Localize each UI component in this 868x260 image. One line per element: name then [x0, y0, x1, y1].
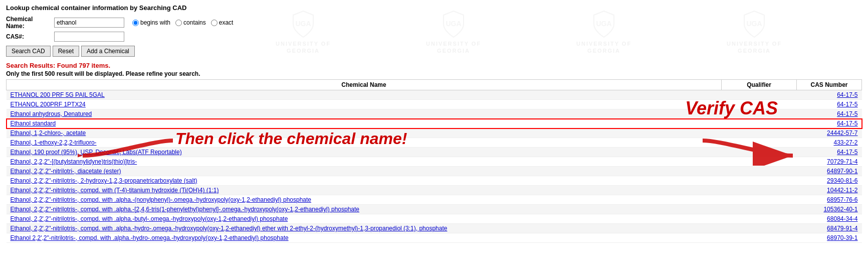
cas-number-link[interactable]: 24442-57-7 — [827, 129, 857, 137]
qualifier-cell — [722, 186, 797, 195]
cas-number-link[interactable]: 68084-34-4 — [827, 215, 857, 222]
chemical-name-cell: Ethanol standard — [7, 119, 722, 128]
chemical-name-cell: ETHANOL 200 PRF 5G PAIL 5GAL — [7, 90, 722, 100]
chemical-name-link[interactable]: Ethanol, 1,2-chloro-, acetate — [11, 129, 86, 137]
results-count: Search Results: Found 797 items. — [6, 62, 862, 69]
qualifier-cell — [722, 205, 797, 214]
chemical-name-cell: Ethanol, 2,2',2''-nitrilotri-, diacetate… — [7, 167, 722, 176]
col-chemical-name: Chemical Name — [7, 80, 722, 90]
chemical-name-cell: Ethanol anhydrous, Denatured — [7, 109, 722, 119]
chemical-name-link[interactable]: Ethanol, 2,2',2''-nitrilotris-, compd. w… — [11, 206, 360, 213]
reset-button[interactable]: Reset — [53, 46, 79, 57]
cas-number-link[interactable]: 64-17-5 — [837, 91, 857, 98]
table-row: Ethanol, 2,2',2''-nitrilotris-, compd. w… — [7, 214, 862, 224]
qualifier-cell — [722, 176, 797, 186]
cas-cell: 70729-71-4 — [797, 157, 862, 167]
cas-cell: 433-27-2 — [797, 138, 862, 148]
col-qualifier: Qualifier — [722, 80, 797, 90]
qualifier-cell — [722, 195, 797, 205]
cas-number-link[interactable]: 68479-91-4 — [827, 225, 857, 232]
radio-contains-input[interactable] — [175, 20, 182, 26]
cas-number-link[interactable]: 68970-39-1 — [827, 234, 857, 241]
cas-number-link[interactable]: 64-17-5 — [837, 120, 857, 127]
cas-cell: 64-17-5 — [797, 119, 862, 128]
table-row: Ethanol, 2,2',2''-nitrilotris-, compd. w… — [7, 224, 862, 233]
cas-number-link[interactable]: 64-17-5 — [837, 110, 857, 117]
page-title: Lookup chemical container information by… — [6, 4, 862, 12]
button-row: Search CAD Reset Add a Chemical — [6, 46, 862, 57]
chemical-name-row: Chemical Name: begins with contains exac… — [6, 16, 862, 30]
table-header-row: Chemical Name Qualifier CAS Number — [7, 80, 862, 90]
cas-number-link[interactable]: 64-17-5 — [837, 101, 857, 108]
radio-begins-with-input[interactable] — [132, 20, 139, 26]
qualifier-cell — [722, 167, 797, 176]
radio-exact[interactable]: exact — [211, 19, 234, 26]
radio-begins-with-label: begins with — [140, 19, 170, 26]
chemical-name-link[interactable]: Ethanol, 2,2',2''-nitrilotris-, compd. w… — [11, 196, 312, 203]
chemical-name-cell: Ethanol, 2,2',2''-nitrilotris-, compd. w… — [7, 195, 722, 205]
chemical-name-link[interactable]: Ethanol 2,2',2''-nitrilotris-, compd. wi… — [11, 234, 289, 241]
cas-cell: 24442-57-7 — [797, 128, 862, 138]
arrow-right — [698, 136, 798, 166]
chemical-name-link[interactable]: ETHANOL 200 PRF 5G PAIL 5GAL — [11, 91, 105, 98]
chemical-name-label: Chemical Name: — [6, 16, 51, 30]
qualifier-cell — [722, 224, 797, 233]
qualifier-cell — [722, 233, 797, 243]
chemical-name-cell: Ethanol, 2,2',2''-nitrilotris-, compd. w… — [7, 224, 722, 233]
cas-number-link[interactable]: 433-27-2 — [833, 139, 857, 146]
col-cas-number: CAS Number — [797, 80, 862, 90]
cas-number-link[interactable]: 70729-71-4 — [827, 158, 857, 165]
search-cad-button[interactable]: Search CAD — [6, 46, 51, 57]
chemical-name-cell: Ethanol, 2,2',2''-nitrilotris-, 2-hydrox… — [7, 176, 722, 186]
radio-contains-label: contains — [183, 19, 206, 26]
table-row: Ethanol, 2,2',2''-nitrilotri-, diacetate… — [7, 167, 862, 176]
chemical-name-link[interactable]: ETHANOL 200PRF 1PTX24 — [11, 101, 86, 108]
radio-contains[interactable]: contains — [175, 19, 206, 26]
table-row: Ethanol, 2,2',2''-nitrilotris-, compd. w… — [7, 205, 862, 214]
chemical-name-input[interactable] — [54, 18, 124, 28]
cas-cell: 68479-91-4 — [797, 224, 862, 233]
cas-number-link[interactable]: 68957-76-6 — [827, 196, 857, 203]
cas-cell: 64-17-5 — [797, 148, 862, 157]
cas-number-link[interactable]: 105362-40-1 — [823, 206, 857, 213]
table-row: Ethanol, 2,2',2''-nitrilotris-, compd. w… — [7, 186, 862, 195]
qualifier-cell — [722, 214, 797, 224]
chemical-name-cell: Ethanol, 2,2',2''-nitrilotris-, compd. w… — [7, 205, 722, 214]
cas-number-link[interactable]: 10442-11-2 — [827, 187, 857, 194]
cas-number-link[interactable]: 64-17-5 — [837, 149, 857, 156]
table-row: Ethanol, 2,2',2''-nitrilotris-, compd. w… — [7, 195, 862, 205]
arrow-left — [78, 136, 178, 166]
chemical-name-link[interactable]: Ethanol, 2,2',2''-nitrilotris-, compd. w… — [11, 187, 219, 194]
chemical-name-link[interactable]: Ethanol, 2,2',2''-nitrilotris-, 2-hydrox… — [11, 177, 197, 184]
table-row: Ethanol 2,2',2''-nitrilotris-, compd. wi… — [7, 233, 862, 243]
chemical-name-link[interactable]: Ethanol, 2,2',2''-nitrilotris-, compd. w… — [11, 215, 288, 222]
chemical-name-cell: Ethanol, 2,2',2''-nitrilotris-, compd. w… — [7, 186, 722, 195]
add-chemical-button[interactable]: Add a Chemical — [81, 46, 135, 57]
radio-exact-label: exact — [219, 19, 234, 26]
cas-cell: 68970-39-1 — [797, 233, 862, 243]
cas-number-link[interactable]: 29340-81-6 — [827, 177, 857, 184]
cas-row: CAS#: — [6, 32, 862, 42]
cas-cell: 29340-81-6 — [797, 176, 862, 186]
chemical-name-link[interactable]: Ethanol anhydrous, Denatured — [11, 110, 92, 117]
radio-begins-with[interactable]: begins with — [132, 19, 170, 26]
cas-cell: 10442-11-2 — [797, 186, 862, 195]
cas-cell: 64-17-5 — [797, 90, 862, 100]
cas-number-link[interactable]: 64897-90-1 — [827, 168, 857, 175]
verify-cas-overlay: Verify CAS — [685, 98, 778, 119]
search-results-header: Search Results: Found 797 items. Only th… — [6, 62, 862, 77]
cas-cell: 64-17-5 — [797, 100, 862, 109]
chemical-name-link[interactable]: Ethanol, 2,2',2''-nitrilotri-, diacetate… — [11, 168, 121, 175]
radio-exact-input[interactable] — [211, 20, 218, 26]
chemical-name-cell: Ethanol, 2,2',2''-nitrilotris-, compd. w… — [7, 214, 722, 224]
results-warning: Only the first 500 result will be displa… — [6, 70, 862, 77]
cas-cell: 105362-40-1 — [797, 205, 862, 214]
chemical-name-link[interactable]: Ethanol, 2,2',2''-nitrilotris-, compd. w… — [11, 225, 448, 232]
cas-cell: 68084-34-4 — [797, 214, 862, 224]
chemical-name-cell: ETHANOL 200PRF 1PTX24 — [7, 100, 722, 109]
cas-input[interactable] — [54, 32, 124, 42]
cas-cell: 64897-90-1 — [797, 167, 862, 176]
cas-label: CAS#: — [6, 33, 51, 40]
chemical-name-link[interactable]: Ethanol standard — [11, 120, 56, 127]
main-content: Lookup chemical container information by… — [0, 0, 868, 247]
